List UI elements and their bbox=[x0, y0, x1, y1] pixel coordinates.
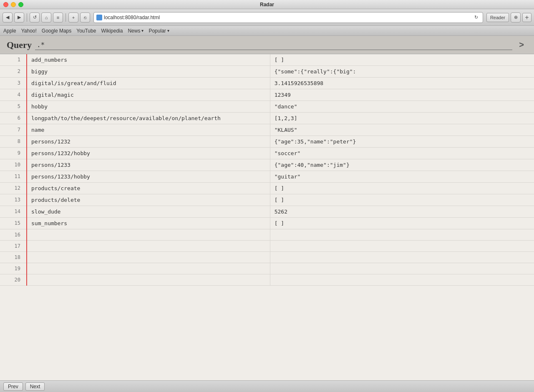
row-number: 15 bbox=[0, 218, 27, 229]
row-number: 2 bbox=[0, 66, 27, 78]
row-value: {"age":35,"name":"peter"} bbox=[270, 136, 534, 148]
row-key bbox=[27, 252, 270, 263]
row-key bbox=[27, 241, 270, 252]
table-row[interactable]: 12products/create[ ] bbox=[0, 183, 534, 194]
row-value: 3.1415926535898 bbox=[270, 78, 534, 89]
toolbar-separator-2 bbox=[65, 13, 66, 22]
bookmark-wikipedia[interactable]: Wikipedia bbox=[101, 28, 123, 34]
row-key: slow_dude bbox=[27, 206, 270, 218]
row-number: 6 bbox=[0, 113, 27, 124]
table-row[interactable]: 2biggy{"some":{"really":{"big": bbox=[0, 66, 534, 78]
row-key: biggy bbox=[27, 66, 270, 78]
row-number: 5 bbox=[0, 101, 27, 113]
reader-button[interactable]: Reader bbox=[486, 13, 509, 22]
table-row[interactable]: 4digital/magic12349 bbox=[0, 89, 534, 101]
query-input[interactable] bbox=[35, 40, 512, 50]
row-value: [1,2,3] bbox=[270, 113, 534, 124]
row-key: longpath/to/the/deepest/resource/availab… bbox=[27, 113, 270, 124]
row-number: 8 bbox=[0, 136, 27, 148]
table-row[interactable]: 20 bbox=[0, 274, 534, 286]
row-key: products/create bbox=[27, 183, 270, 194]
query-label: Query bbox=[7, 40, 32, 50]
bookmark-yahoo[interactable]: Yahoo! bbox=[21, 28, 37, 34]
table-row[interactable]: 11persons/1233/hobby"guitar" bbox=[0, 171, 534, 183]
data-table: 1add_numbers[ ]2biggy{"some":{"really":{… bbox=[0, 54, 534, 380]
reload-button[interactable]: ↺ bbox=[30, 13, 40, 23]
browser-toolbar: ◀ ▶ ↺ ⌂ ≡ + ⎋ ↻ Reader ⊕ + bbox=[0, 9, 534, 26]
table-row[interactable]: 9persons/1232/hobby"soccer" bbox=[0, 148, 534, 159]
row-value: "guitar" bbox=[270, 171, 534, 183]
titlebar: Radar bbox=[0, 0, 534, 9]
row-number: 9 bbox=[0, 148, 27, 159]
row-value bbox=[270, 252, 534, 263]
row-value: [ ] bbox=[270, 194, 534, 206]
query-input-wrap bbox=[35, 40, 512, 50]
maximize-button[interactable] bbox=[18, 2, 23, 7]
row-key: sum_numbers bbox=[27, 218, 270, 229]
row-value: [ ] bbox=[270, 183, 534, 194]
bookmark-popular[interactable]: Popular bbox=[149, 28, 169, 34]
row-number: 14 bbox=[0, 206, 27, 218]
row-value: "KLAUS" bbox=[270, 124, 534, 136]
table-row[interactable]: 18 bbox=[0, 252, 534, 263]
row-key bbox=[27, 263, 270, 274]
table-row[interactable]: 8persons/1232{"age":35,"name":"peter"} bbox=[0, 136, 534, 148]
row-value: 5262 bbox=[270, 206, 534, 218]
bookmark-youtube[interactable]: YouTube bbox=[76, 28, 96, 34]
row-key: digital/is/great/and/fluid bbox=[27, 78, 270, 89]
row-number: 17 bbox=[0, 241, 27, 252]
url-input[interactable] bbox=[104, 15, 471, 20]
security-icon bbox=[96, 15, 102, 20]
minimize-button[interactable] bbox=[11, 2, 16, 7]
row-value: "soccer" bbox=[270, 148, 534, 159]
row-key: products/delete bbox=[27, 194, 270, 206]
table-row[interactable]: 7name"KLAUS" bbox=[0, 124, 534, 136]
row-key: persons/1233 bbox=[27, 159, 270, 171]
row-key: name bbox=[27, 124, 270, 136]
window-title: Radar bbox=[260, 2, 274, 8]
bookmarks-bar: Apple Yahoo! Google Maps YouTube Wikiped… bbox=[0, 26, 534, 36]
row-key: add_numbers bbox=[27, 54, 270, 66]
row-value bbox=[270, 241, 534, 252]
row-key: digital/magic bbox=[27, 89, 270, 101]
main-content: Query > 1add_numbers[ ]2biggy{"some":{"r… bbox=[0, 36, 534, 392]
table-row[interactable]: 3digital/is/great/and/fluid3.14159265358… bbox=[0, 78, 534, 89]
bookmark-apple[interactable]: Apple bbox=[3, 28, 16, 34]
table-row[interactable]: 14slow_dude5262 bbox=[0, 206, 534, 218]
row-key: persons/1232 bbox=[27, 136, 270, 148]
bookmark-google-maps[interactable]: Google Maps bbox=[42, 28, 71, 34]
bookmarks-button[interactable]: ≡ bbox=[53, 13, 63, 23]
row-key bbox=[27, 274, 270, 286]
row-value bbox=[270, 274, 534, 286]
bookmark-news[interactable]: News bbox=[128, 28, 144, 34]
close-button[interactable] bbox=[3, 2, 8, 7]
back-button[interactable]: ◀ bbox=[3, 13, 13, 23]
home-button[interactable]: ⌂ bbox=[41, 13, 51, 23]
address-bar: ↻ bbox=[93, 12, 483, 23]
extensions-button[interactable]: ⊕ bbox=[511, 13, 521, 23]
table-row[interactable]: 19 bbox=[0, 263, 534, 274]
row-number: 3 bbox=[0, 78, 27, 89]
forward-button[interactable]: ▶ bbox=[14, 13, 24, 23]
row-key: persons/1232/hobby bbox=[27, 148, 270, 159]
add-tab-button[interactable]: + bbox=[68, 13, 78, 23]
row-value: {"age":40,"name":"jim"} bbox=[270, 159, 534, 171]
share-button[interactable]: ⎋ bbox=[80, 13, 90, 23]
next-button[interactable]: Next bbox=[25, 382, 45, 391]
table-row[interactable]: 1add_numbers[ ] bbox=[0, 54, 534, 66]
table-row[interactable]: 6longpath/to/the/deepest/resource/availa… bbox=[0, 113, 534, 124]
refresh-in-address-button[interactable]: ↻ bbox=[473, 13, 480, 23]
table-row[interactable]: 10persons/1233{"age":40,"name":"jim"} bbox=[0, 159, 534, 171]
table-row[interactable]: 17 bbox=[0, 241, 534, 252]
row-number: 19 bbox=[0, 263, 27, 274]
table-row[interactable]: 16 bbox=[0, 229, 534, 241]
row-number: 13 bbox=[0, 194, 27, 206]
table-row[interactable]: 13products/delete[ ] bbox=[0, 194, 534, 206]
table-row[interactable]: 15sum_numbers[ ] bbox=[0, 218, 534, 229]
row-number: 12 bbox=[0, 183, 27, 194]
query-run-button[interactable]: > bbox=[516, 40, 527, 50]
new-tab-plus-button[interactable]: + bbox=[522, 13, 531, 22]
row-number: 16 bbox=[0, 229, 27, 241]
table-row[interactable]: 5hobby"dance" bbox=[0, 101, 534, 113]
prev-button[interactable]: Prev bbox=[3, 382, 23, 391]
